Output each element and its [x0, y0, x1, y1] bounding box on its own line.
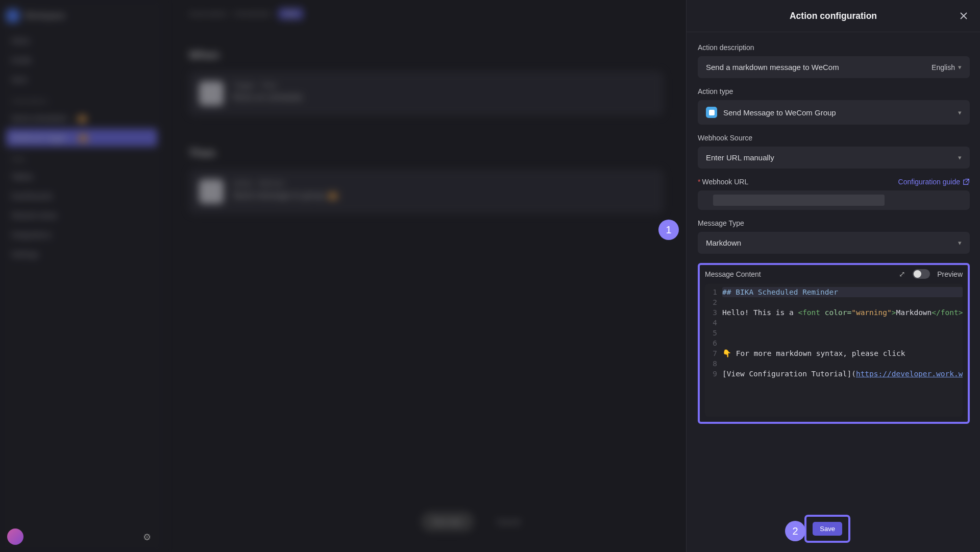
panel-title: Action configuration [790, 11, 877, 21]
configuration-guide-link[interactable]: Configuration guide [898, 178, 970, 186]
message-content-editor[interactable]: 1## BIKA Scheduled Reminder 2 3Hello! Th… [705, 284, 963, 417]
message-type-field: Message Type Markdown ▾ [698, 219, 970, 254]
webhook-source-label: Webhook Source [698, 134, 970, 142]
preview-label: Preview [937, 270, 963, 278]
message-type-select[interactable]: Markdown ▾ [698, 232, 970, 254]
action-description-value: Send a markdown message to WeCom [706, 63, 839, 71]
action-configuration-panel: Action configuration Action description … [686, 0, 980, 552]
expand-icon[interactable]: ⤢ [899, 270, 905, 279]
sidebar: Workspace Inbox Drafts Sent Automations … [0, 0, 163, 552]
redacted-url [713, 195, 885, 206]
action-description-input[interactable]: Send a markdown message to WeCom English… [698, 56, 970, 78]
chevron-down-icon: ▾ [958, 154, 962, 161]
panel-body: Action description Send a markdown messa… [687, 32, 980, 552]
wecom-icon [706, 107, 717, 118]
chevron-down-icon: ▾ [958, 109, 962, 116]
action-type-select[interactable]: Send Message to WeCom Group ▾ [698, 100, 970, 125]
user-avatar[interactable] [7, 529, 23, 545]
chevron-down-icon: ▾ [958, 239, 962, 247]
action-type-field: Action type Send Message to WeCom Group … [698, 87, 970, 125]
action-description-field: Action description Send a markdown messa… [698, 43, 970, 78]
action-type-value: Send Message to WeCom Group [723, 108, 836, 117]
webhook-source-value: Enter URL manually [706, 153, 774, 162]
callout-badge-2: 2 [785, 521, 805, 541]
save-button[interactable]: Save [813, 522, 842, 536]
preview-toggle[interactable] [913, 269, 930, 279]
action-description-label: Action description [698, 43, 970, 52]
webhook-url-label: *Webhook URL [698, 178, 748, 186]
message-content-highlight: Message Content ⤢ Preview 1## BIKA Sched… [698, 263, 970, 424]
external-link-icon [963, 178, 970, 185]
background-blur-layer: Workspace Inbox Drafts Sent Automations … [0, 0, 686, 552]
webhook-url-input[interactable] [698, 190, 970, 210]
webhook-url-field: *Webhook URL Configuration guide [698, 178, 970, 210]
message-type-label: Message Type [698, 219, 970, 227]
message-content-label: Message Content [705, 270, 761, 278]
save-button-highlight: Save [804, 515, 850, 543]
webhook-source-select[interactable]: Enter URL manually ▾ [698, 147, 970, 169]
language-selector[interactable]: English ▾ [932, 63, 962, 71]
chevron-down-icon: ▾ [958, 63, 962, 71]
close-icon[interactable] [958, 10, 970, 22]
action-type-label: Action type [698, 87, 970, 95]
callout-badge-1: 1 [658, 220, 679, 240]
panel-header: Action configuration [687, 0, 980, 32]
settings-icon[interactable]: ⚙ [143, 532, 151, 543]
message-type-value: Markdown [706, 238, 741, 247]
webhook-source-field: Webhook Source Enter URL manually ▾ [698, 134, 970, 169]
